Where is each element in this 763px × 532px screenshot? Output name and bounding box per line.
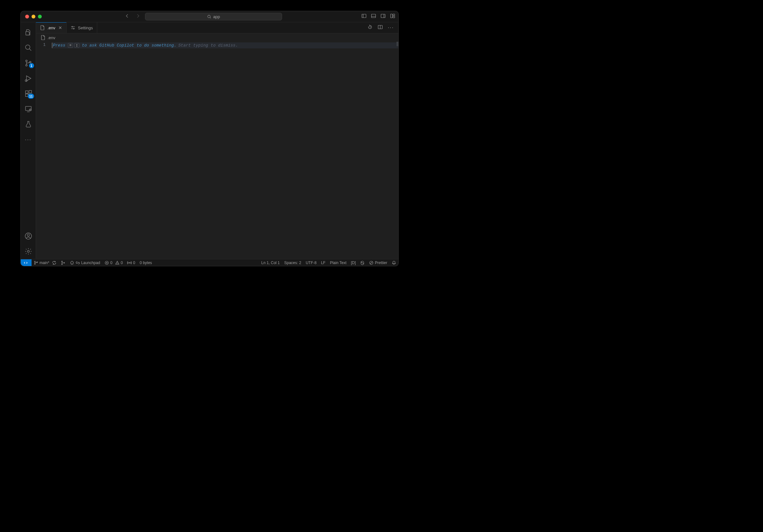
editor-content[interactable]: Press ⌘ I to ask GitHub Copilot to do so… (52, 42, 398, 259)
nav-arrows (125, 13, 141, 20)
extensions-view-icon[interactable]: 11 (21, 86, 36, 101)
svg-point-28 (35, 261, 35, 262)
svg-point-10 (26, 45, 30, 49)
text-editor[interactable]: 1 Press ⌘ I to ask GitHub Copilot to do … (36, 42, 398, 259)
svg-rect-8 (393, 14, 395, 16)
toggle-primary-sidebar-icon[interactable] (362, 13, 367, 20)
cancel-icon (369, 261, 374, 265)
breadcrumb-filename: .env (48, 35, 55, 40)
search-view-icon[interactable] (21, 40, 36, 55)
timeline-icon[interactable] (368, 25, 373, 31)
git-branch-icon (34, 261, 38, 265)
svg-point-33 (64, 262, 65, 263)
git-branch-status[interactable]: main* (32, 259, 58, 266)
sync-icon[interactable] (52, 261, 56, 265)
prettier-status[interactable]: Prettier (367, 259, 389, 266)
toggle-secondary-sidebar-icon[interactable] (381, 13, 385, 20)
error-icon (105, 261, 109, 265)
copilot-status[interactable] (358, 259, 367, 266)
line-number: 1 (36, 43, 46, 47)
editor-group: .env Settings ··· (36, 22, 398, 259)
git-graph-status[interactable] (58, 259, 67, 266)
nav-forward-icon[interactable] (136, 13, 141, 20)
tab-env[interactable]: .env (36, 22, 66, 33)
remote-explorer-view-icon[interactable] (21, 101, 36, 117)
tab-label: .env (48, 26, 55, 30)
svg-point-23 (27, 250, 29, 252)
workbench-body: 1 11 ··· (21, 22, 398, 259)
customize-layout-icon[interactable] (390, 13, 395, 20)
breadcrumb[interactable]: .env (36, 34, 398, 42)
source-control-view-icon[interactable]: 1 (21, 55, 36, 71)
svg-point-32 (61, 264, 62, 265)
svg-point-29 (35, 263, 35, 264)
tab-bar: .env Settings ··· (36, 22, 398, 34)
rocket-icon (70, 261, 74, 265)
settings-gear-icon[interactable] (21, 244, 36, 259)
text-cursor (52, 43, 52, 48)
svg-rect-1 (362, 14, 366, 18)
problems-status[interactable]: 0 0 (102, 259, 125, 266)
nav-back-icon[interactable] (125, 13, 130, 20)
svg-point-11 (26, 60, 27, 62)
file-icon (41, 35, 46, 40)
svg-point-31 (61, 261, 62, 262)
copilot-hint: Press ⌘ I to ask GitHub Copilot to do so… (52, 43, 398, 48)
svg-point-35 (129, 262, 130, 263)
tab-label: Settings (78, 26, 93, 30)
minimap-slider[interactable] (396, 42, 398, 46)
testing-view-icon[interactable] (21, 117, 36, 132)
zoom-window-button[interactable] (38, 15, 42, 19)
svg-point-12 (26, 65, 27, 66)
remote-indicator[interactable] (21, 259, 32, 266)
notifications-status[interactable] (389, 259, 398, 266)
file-icon (40, 25, 45, 30)
kbd-i: I (74, 43, 79, 48)
mode-status[interactable]: [D] (349, 259, 358, 266)
explorer-view-icon[interactable] (21, 25, 36, 40)
launchpad-status[interactable]: Launchpad (67, 259, 102, 266)
git-graph-icon (61, 261, 65, 265)
encoding-status[interactable]: UTF-8 (303, 259, 319, 266)
additional-views-icon[interactable]: ··· (21, 132, 36, 147)
indentation-status[interactable]: Spaces: 2 (282, 259, 303, 266)
toggle-panel-icon[interactable] (371, 13, 376, 20)
ports-status[interactable]: 0 (125, 259, 137, 266)
accounts-icon[interactable] (21, 228, 36, 244)
vscode-window: app (21, 11, 398, 266)
svg-rect-9 (393, 16, 395, 18)
line-number-gutter: 1 (36, 42, 52, 259)
svg-rect-7 (391, 14, 393, 18)
svg-rect-16 (26, 94, 28, 97)
extensions-badge: 11 (28, 94, 34, 99)
command-center[interactable]: app (145, 13, 282, 20)
close-icon[interactable] (58, 26, 62, 30)
svg-point-24 (72, 27, 73, 27)
scm-badge: 1 (29, 63, 34, 68)
language-mode-status[interactable]: Plain Text (328, 259, 349, 266)
svg-rect-18 (29, 90, 32, 93)
remote-icon (24, 261, 28, 265)
run-debug-view-icon[interactable] (21, 71, 36, 86)
settings-icon (70, 25, 75, 30)
radio-icon (127, 261, 132, 265)
svg-rect-3 (372, 14, 376, 18)
eol-status[interactable]: LF (319, 259, 328, 266)
close-window-button[interactable] (25, 15, 29, 19)
more-actions-icon[interactable]: ··· (388, 25, 394, 31)
link-icon (75, 261, 80, 265)
window-controls (25, 15, 42, 19)
filesize-status[interactable]: 0 bytes (137, 259, 154, 266)
warning-icon (115, 261, 120, 265)
svg-rect-15 (26, 91, 28, 93)
copilot-icon (360, 261, 365, 265)
tab-settings[interactable]: Settings (66, 22, 97, 33)
minimize-window-button[interactable] (32, 15, 35, 19)
status-bar: main* Launchpad 0 0 0 0 bytes Ln 1, Col … (21, 259, 398, 266)
split-editor-icon[interactable] (378, 25, 383, 31)
editor-actions: ··· (368, 22, 398, 33)
bell-icon (392, 261, 396, 265)
cursor-position-status[interactable]: Ln 1, Col 1 (259, 259, 282, 266)
svg-point-22 (27, 234, 29, 236)
titlebar-layout-controls (362, 13, 395, 20)
